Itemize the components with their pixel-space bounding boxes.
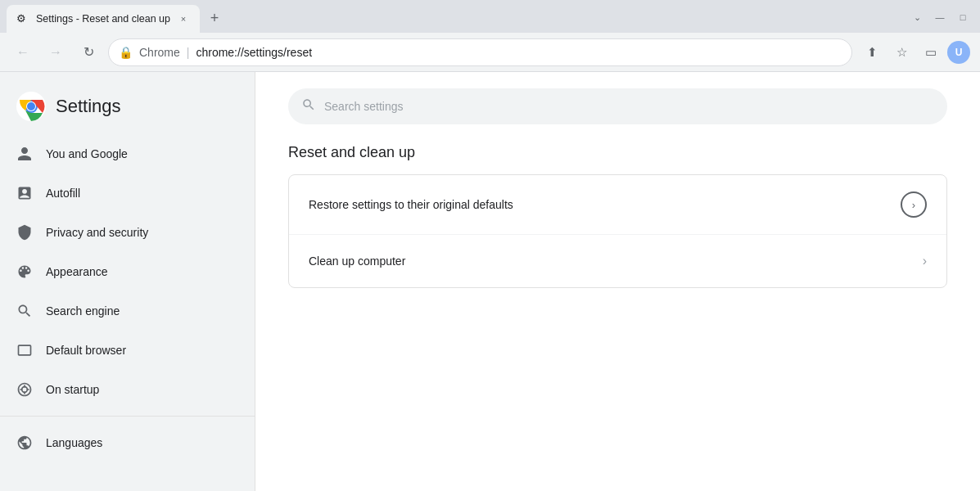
globe-icon <box>16 435 33 451</box>
chevron-down-button[interactable]: ⌄ <box>906 7 928 28</box>
cleanup-computer-row[interactable]: Clean up computer › <box>289 235 946 287</box>
sidebar-item-languages[interactable]: Languages <box>0 423 242 462</box>
active-tab[interactable]: ⚙ Settings - Reset and clean up × <box>7 5 200 33</box>
content-area: Settings You and Google Autofill <box>0 72 980 491</box>
address-bar[interactable]: 🔒 Chrome | chrome://settings/reset <box>108 38 852 66</box>
minimize-button[interactable]: — <box>929 7 951 28</box>
search-bar[interactable] <box>288 88 947 124</box>
tab-strip: ⚙ Settings - Reset and clean up × + <box>7 5 906 33</box>
forward-button[interactable]: → <box>43 39 69 65</box>
sidebar-label-appearance: Appearance <box>46 265 108 278</box>
search-icon <box>16 303 33 319</box>
new-tab-button[interactable]: + <box>203 7 226 29</box>
cleanup-computer-label: Clean up computer <box>309 255 923 268</box>
sidebar-label-autofill: Autofill <box>46 187 80 200</box>
sidebar-item-on-startup[interactable]: On startup <box>0 370 242 409</box>
sidebar-label-search-engine: Search engine <box>46 304 120 318</box>
url-text: chrome://settings/reset <box>196 46 312 59</box>
sidebar-label-privacy-security: Privacy and security <box>46 226 148 239</box>
sidebar-divider <box>0 416 255 417</box>
tab-favicon: ⚙ <box>16 12 29 25</box>
cleanup-arrow-icon: › <box>923 254 927 268</box>
maximize-button[interactable]: □ <box>952 7 973 28</box>
sidebar-label-default-browser: Default browser <box>46 344 126 357</box>
chevron-right-icon: › <box>912 199 915 211</box>
back-button[interactable]: ← <box>10 39 36 65</box>
svg-point-3 <box>27 102 35 110</box>
tab-title: Settings - Reset and clean up <box>36 13 170 25</box>
autofill-icon <box>16 185 33 201</box>
restore-settings-label: Restore settings to their original defau… <box>309 198 901 211</box>
palette-icon <box>16 264 33 280</box>
search-bar-icon <box>301 97 316 116</box>
window-controls: ⌄ — □ <box>906 7 973 28</box>
profile-avatar[interactable]: U <box>947 41 970 64</box>
sidebar-label-you-and-google: You and Google <box>46 147 128 160</box>
settings-title: Settings <box>56 96 121 117</box>
sidebar: Settings You and Google Autofill <box>0 72 255 491</box>
section-title: Reset and clean up <box>288 144 947 161</box>
default-browser-icon <box>16 342 33 358</box>
browser-frame: ⚙ Settings - Reset and clean up × + ⌄ — … <box>0 0 980 491</box>
restore-settings-row[interactable]: Restore settings to their original defau… <box>289 175 946 235</box>
sidebar-item-appearance[interactable]: Appearance <box>0 252 242 291</box>
svg-point-5 <box>22 387 28 393</box>
chrome-logo-icon <box>16 92 46 121</box>
sidebar-label-on-startup: On startup <box>46 383 99 396</box>
toolbar: ← → ↻ 🔒 Chrome | chrome://settings/reset… <box>0 33 980 72</box>
svg-rect-4 <box>19 345 31 355</box>
url-separator: | <box>187 46 190 59</box>
sidebar-item-privacy-security[interactable]: Privacy and security <box>0 213 242 252</box>
person-icon <box>16 146 33 162</box>
bookmark-button[interactable]: ☆ <box>888 39 915 65</box>
site-name: Chrome <box>139 46 180 59</box>
sidebar-nav: You and Google Autofill Privacy and secu… <box>0 134 255 462</box>
shield-icon <box>16 224 33 241</box>
search-input[interactable] <box>324 100 934 113</box>
title-bar: ⚙ Settings - Reset and clean up × + ⌄ — … <box>0 0 980 33</box>
sidebar-button[interactable]: ▭ <box>918 39 944 65</box>
tab-close-button[interactable]: × <box>177 12 190 25</box>
restore-settings-arrow: › <box>901 191 927 218</box>
sidebar-item-default-browser[interactable]: Default browser <box>0 331 242 370</box>
main-panel: Reset and clean up Restore settings to t… <box>255 72 980 491</box>
settings-header: Settings <box>0 85 255 134</box>
sidebar-label-languages: Languages <box>46 436 102 449</box>
reload-button[interactable]: ↻ <box>75 39 102 65</box>
settings-card: Restore settings to their original defau… <box>288 174 947 288</box>
sidebar-item-you-and-google[interactable]: You and Google <box>0 134 242 173</box>
toolbar-actions: ⬆ ☆ ▭ U <box>859 39 970 65</box>
sidebar-item-search-engine[interactable]: Search engine <box>0 291 242 331</box>
startup-icon <box>16 381 33 398</box>
sidebar-item-autofill[interactable]: Autofill <box>0 173 242 213</box>
share-button[interactable]: ⬆ <box>859 39 885 65</box>
security-icon: 🔒 <box>119 46 133 59</box>
